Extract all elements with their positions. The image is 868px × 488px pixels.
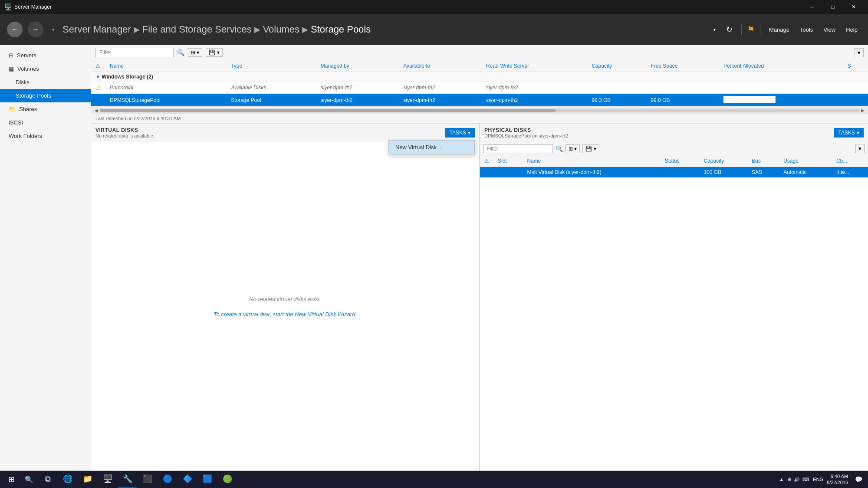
group-button[interactable]: ⊞ ▾	[188, 48, 202, 57]
sidebar-item-iscsi[interactable]: iSCSI	[0, 116, 91, 129]
warning-icon: ⚠	[95, 84, 101, 91]
row-type: Available Disks	[227, 82, 316, 94]
separator-1	[741, 24, 742, 35]
table-row[interactable]: Msft Virtual Disk (siyer-dpm-th2) 100 GB…	[480, 167, 868, 178]
back-button[interactable]: ←	[7, 22, 23, 37]
col-percent[interactable]: Percent Allocated	[719, 60, 843, 72]
horizontal-scrollbar[interactable]: ◀ ▶	[91, 107, 868, 114]
storage-pools-filter[interactable]	[95, 48, 174, 57]
phys-col-name[interactable]: Name	[523, 155, 661, 167]
scroll-left-arrow[interactable]: ◀	[93, 108, 100, 113]
help-button[interactable]: Help	[842, 25, 861, 35]
phys-row-name: Msft Virtual Disk (siyer-dpm-th2)	[523, 167, 661, 178]
save-button[interactable]: 💾 ▾	[206, 48, 222, 57]
taskbar-ps-button[interactable]: 🟦	[198, 471, 217, 488]
sidebar-item-shares[interactable]: 📁 Shares	[0, 102, 91, 116]
breadcrumb-volumes[interactable]: Volumes	[263, 24, 299, 35]
maximize-button[interactable]: □	[823, 0, 843, 14]
sidebar-item-servers[interactable]: ⊞ Servers	[0, 49, 91, 62]
taskbar-ie-button[interactable]: 🌐	[58, 471, 77, 488]
physical-save-button[interactable]: 💾 ▾	[582, 144, 599, 153]
phys-col-warning[interactable]: ⚠	[480, 155, 493, 167]
nav-dropdown-button[interactable]: ▾	[49, 22, 57, 37]
sidebar-item-disks[interactable]: Disks	[0, 75, 91, 89]
scroll-right-arrow[interactable]: ▶	[859, 108, 866, 113]
sidebar-item-work-folders[interactable]: Work Folders	[0, 129, 91, 143]
taskbar-app3-button[interactable]: 🔷	[178, 471, 197, 488]
app-icon: 🖥️	[4, 3, 12, 10]
col-managed-by[interactable]: Managed by	[316, 60, 399, 72]
phys-row-status	[661, 167, 700, 178]
taskbar-app1-button[interactable]: 🖥️	[98, 471, 117, 488]
clock-time: 6:40 AM	[827, 473, 848, 479]
phys-row-usage: Automatic	[779, 167, 832, 178]
search-button[interactable]: 🔍	[21, 471, 37, 488]
physical-group-button[interactable]: ⊞ ▾	[566, 144, 580, 153]
col-capacity[interactable]: Capacity	[587, 60, 646, 72]
taskbar-server-manager-button[interactable]: 🔧	[118, 471, 137, 488]
phys-col-slot[interactable]: Slot	[493, 155, 523, 167]
row-s	[843, 94, 868, 107]
row-rw-server: siyer-dpm-th2	[482, 94, 587, 107]
virtual-disks-section: VIRTUAL DISKS No related data is availab…	[91, 124, 480, 471]
col-s[interactable]: S	[843, 60, 868, 72]
col-free-space[interactable]: Free Space	[646, 60, 719, 72]
taskbar-app2-button[interactable]: 🔵	[158, 471, 177, 488]
virtual-disks-tasks-button[interactable]: TASKS ▾	[445, 128, 475, 138]
phys-row-warning	[480, 167, 493, 178]
tasks-dropdown-icon: ▾	[468, 130, 470, 136]
tray-arrow[interactable]: ▲	[779, 477, 784, 482]
expand-button[interactable]: ▾	[855, 48, 864, 57]
col-type[interactable]: Type	[227, 60, 316, 72]
scrollbar-track[interactable]	[100, 109, 859, 112]
task-view-button[interactable]: ⧉	[38, 471, 57, 488]
phys-col-usage[interactable]: Usage	[779, 155, 832, 167]
minimize-button[interactable]: ─	[802, 0, 822, 14]
physical-disks-header: PHYSICAL DISKS DPMSQLStoragePool on siye…	[480, 124, 868, 142]
taskbar-explorer-button[interactable]: 📁	[78, 471, 97, 488]
col-rw-server[interactable]: Read-Write Server	[482, 60, 587, 72]
col-warning[interactable]: ⚠	[91, 60, 105, 72]
action-center-button[interactable]: 💬	[852, 471, 865, 488]
phys-col-capacity[interactable]: Capacity	[699, 155, 747, 167]
col-available-to[interactable]: Available to	[399, 60, 482, 72]
breadcrumb-server-manager[interactable]: Server Manager	[62, 24, 131, 35]
close-button[interactable]: ✕	[844, 0, 864, 14]
view-button[interactable]: View	[820, 25, 839, 35]
taskbar-clock[interactable]: 6:40 AM 8/22/2016	[827, 473, 848, 486]
physical-filter-input[interactable]	[483, 144, 553, 153]
refresh-button[interactable]: ↻	[723, 23, 736, 36]
tray-network-icon: 🖥	[786, 477, 791, 482]
tools-button[interactable]: Tools	[796, 25, 816, 35]
forward-button[interactable]: →	[28, 22, 43, 37]
table-row[interactable]: DPMSQLStoragePool Storage Pool siyer-dpm…	[91, 94, 868, 107]
scrollbar-thumb[interactable]	[100, 109, 556, 112]
sidebar-item-storage-pools[interactable]: Storage Pools	[0, 89, 91, 102]
sidebar-label-shares: Shares	[19, 106, 37, 112]
taskbar-cmd-button[interactable]: ⬛	[138, 471, 157, 488]
physical-disks-tasks-button[interactable]: TASKS ▾	[834, 128, 864, 138]
nav-dropdown2-button[interactable]: ▾	[710, 26, 719, 34]
start-button[interactable]: ⊞	[3, 471, 20, 488]
row-capacity	[587, 82, 646, 94]
breadcrumb-file-storage[interactable]: File and Storage Services	[142, 24, 252, 35]
progress-bar	[723, 96, 776, 103]
physical-expand-button[interactable]: ▾	[855, 144, 865, 153]
group-header-cell: ▼ Windows Storage (2)	[91, 72, 868, 82]
phys-col-cha[interactable]: Ch...	[832, 155, 868, 167]
sidebar-item-volumes[interactable]: ▦ Volumes	[0, 62, 91, 75]
shares-icon: 📁	[9, 106, 16, 112]
phys-col-bus[interactable]: Bus	[747, 155, 779, 167]
row-percent-bar	[719, 94, 843, 107]
table-row[interactable]: ⚠ Primordial Available Disks siyer-dpm-t…	[91, 82, 868, 94]
empty-vdisk-message: No related virtual disks exist.	[249, 296, 321, 302]
refresh-bar: Last refreshed on 8/22/2016 6:40:31 AM	[91, 114, 868, 123]
new-virtual-disk-item[interactable]: New Virtual Disk...	[388, 141, 474, 154]
virtual-disks-dropdown-menu: New Virtual Disk...	[388, 140, 475, 154]
taskbar-app4-button[interactable]: 🟢	[218, 471, 237, 488]
table-header-row: ⚠ Name Type Managed by Available to Read…	[91, 60, 868, 72]
breadcrumb-storage-pools[interactable]: Storage Pools	[311, 24, 371, 35]
manage-button[interactable]: Manage	[766, 25, 793, 35]
phys-col-status[interactable]: Status	[661, 155, 700, 167]
col-name[interactable]: Name	[105, 60, 227, 72]
